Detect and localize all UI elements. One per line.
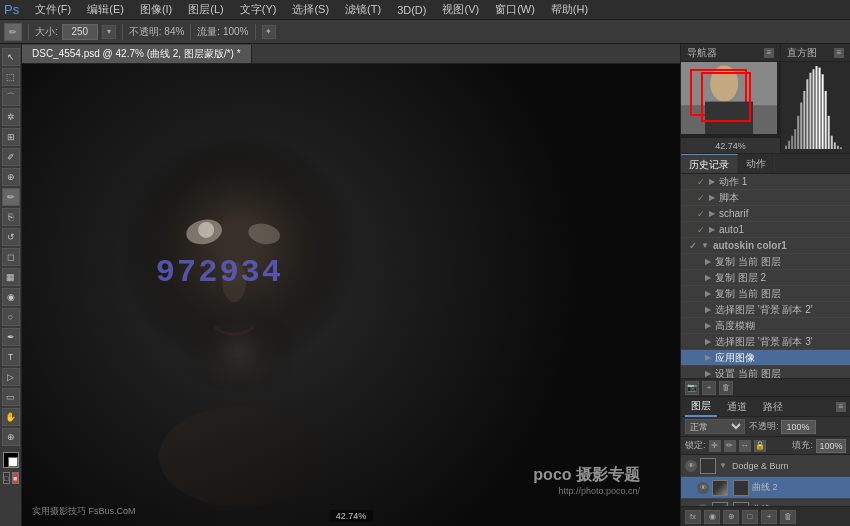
item-icon-12: ▶ xyxy=(705,369,711,378)
layers-menu-icon[interactable]: ≡ xyxy=(836,402,846,412)
zoom-tool[interactable]: ⊕ xyxy=(2,428,20,446)
pen-tool[interactable]: ✒ xyxy=(2,328,20,346)
history-item-2[interactable]: ✓ ▶ scharif xyxy=(681,206,850,222)
eraser-tool[interactable]: ◻ xyxy=(2,248,20,266)
layer-item-0[interactable]: 👁 ▼ Dodge & Burn xyxy=(681,455,850,477)
layers-list: 👁 ▼ Dodge & Burn 👁 曲线 2 👁 曲线 xyxy=(681,455,850,506)
layers-tab-layers[interactable]: 图层 xyxy=(685,397,717,417)
menu-help[interactable]: 帮助(H) xyxy=(547,2,592,17)
brush-tool-button[interactable]: ✏ xyxy=(4,23,22,41)
navigator-menu-icon[interactable]: ≡ xyxy=(764,48,774,58)
hand-tool[interactable]: ✋ xyxy=(2,408,20,426)
menu-edit[interactable]: 编辑(E) xyxy=(83,2,128,17)
fill-label: 填充: xyxy=(792,439,813,452)
layer-item-1[interactable]: 👁 曲线 2 xyxy=(681,477,850,499)
histogram-menu-icon[interactable]: ≡ xyxy=(834,48,844,58)
gradient-tool[interactable]: ▦ xyxy=(2,268,20,286)
menu-window[interactable]: 窗口(W) xyxy=(491,2,539,17)
svg-rect-4 xyxy=(797,116,799,149)
lock-position-icon[interactable]: ✛ xyxy=(709,440,721,452)
history-item-3[interactable]: ✓ ▶ auto1 xyxy=(681,222,850,238)
app-icon: Ps xyxy=(4,2,19,17)
lock-label: 锁定: xyxy=(685,439,706,452)
menu-select[interactable]: 选择(S) xyxy=(288,2,333,17)
history-tab-actions[interactable]: 动作 xyxy=(738,154,775,173)
menu-file[interactable]: 文件(F) xyxy=(31,2,75,17)
menu-text[interactable]: 文字(Y) xyxy=(236,2,281,17)
history-delete-btn[interactable]: 🗑 xyxy=(719,381,733,395)
item-icon-4: ▼ xyxy=(701,241,709,250)
item-icon-10: ▶ xyxy=(705,337,711,346)
document-tab[interactable]: DSC_4554.psd @ 42.7% (曲线 2, 图层蒙版/*) * xyxy=(22,45,252,63)
history-item-5[interactable]: ▶ 复制 当前 图层 xyxy=(681,254,850,270)
blend-mode-select[interactable]: 正常 xyxy=(685,419,745,434)
layer-fx-button[interactable]: fx xyxy=(685,510,701,524)
text-tool[interactable]: T xyxy=(2,348,20,366)
lock-all-icon[interactable]: 🔒 xyxy=(754,440,766,452)
history-brush-tool[interactable]: ↺ xyxy=(2,228,20,246)
history-item-6[interactable]: ▶ 复制 图层 2 xyxy=(681,270,850,286)
clone-tool[interactable]: ⎘ xyxy=(2,208,20,226)
navigator-thumbnail[interactable] xyxy=(681,62,780,137)
history-item-0[interactable]: ✓ ▶ 动作 1 xyxy=(681,174,850,190)
menu-3d[interactable]: 3D(D) xyxy=(393,4,430,16)
layers-lock-bar: 锁定: ✛ ✏ ↔ 🔒 填充: xyxy=(681,437,850,455)
history-item-10[interactable]: ▶ 选择图层 '背景 副本 3' xyxy=(681,334,850,350)
history-item-4[interactable]: ✓ ▼ autoskin color1 xyxy=(681,238,850,254)
history-item-8[interactable]: ▶ 选择图层 '背景 副本 2' xyxy=(681,302,850,318)
history-item-9[interactable]: ▶ 高度模糊 xyxy=(681,318,850,334)
layer-delete-button[interactable]: 🗑 xyxy=(780,510,796,524)
svg-rect-6 xyxy=(803,91,805,149)
history-list: ✓ ▶ 动作 1 ✓ ▶ 脚本 ✓ ▶ scharif ✓ ▶ auto xyxy=(681,174,850,378)
quick-mask-mode[interactable]: ■ xyxy=(12,472,19,484)
brush-options-button[interactable]: ▾ xyxy=(102,25,116,39)
layers-tab-channels[interactable]: 通道 xyxy=(721,398,753,416)
history-new-btn[interactable]: + xyxy=(702,381,716,395)
dodge-tool[interactable]: ○ xyxy=(2,308,20,326)
healing-tool[interactable]: ⊕ xyxy=(2,168,20,186)
lock-move-icon[interactable]: ↔ xyxy=(739,440,751,452)
history-snapshot-btn[interactable]: 📷 xyxy=(685,381,699,395)
history-item-11[interactable]: ▶ 应用图像 xyxy=(681,350,850,366)
crop-tool[interactable]: ⊞ xyxy=(2,128,20,146)
brush-size-input[interactable] xyxy=(62,24,98,40)
layers-tab-paths[interactable]: 路径 xyxy=(757,398,789,416)
main-canvas[interactable] xyxy=(22,64,680,526)
fill-input[interactable] xyxy=(816,439,846,453)
foreground-color[interactable] xyxy=(3,452,19,468)
opacity-input[interactable] xyxy=(781,420,816,434)
history-item-7[interactable]: ▶ 复制 当前 图层 xyxy=(681,286,850,302)
left-tool-panel: ↖ ⬚ ⌒ ✲ ⊞ ✐ ⊕ ✏ ⎘ ↺ ◻ ▦ ◉ ○ ✒ T ▷ ▭ ✋ ⊕ … xyxy=(0,44,22,526)
marquee-tool[interactable]: ⬚ xyxy=(2,68,20,86)
layer-thumb-1 xyxy=(712,480,728,496)
history-item-12[interactable]: ▶ 设置 当前 图层 xyxy=(681,366,850,378)
airbrush-toggle[interactable]: ✦ xyxy=(262,25,276,39)
nav-hist-area: 导航器 ≡ 42.74% 直方图 ≡ xyxy=(681,44,850,154)
brush-tool[interactable]: ✏ xyxy=(2,188,20,206)
layer-mask-button[interactable]: ◉ xyxy=(704,510,720,524)
menu-view[interactable]: 视图(V) xyxy=(438,2,483,17)
layer-visibility-1[interactable]: 👁 xyxy=(697,482,709,494)
magic-wand-tool[interactable]: ✲ xyxy=(2,108,20,126)
layer-group-button[interactable]: □ xyxy=(742,510,758,524)
canvas-container[interactable]: 972934 poco 摄影专题 http://photo.poco.cn/ 实… xyxy=(22,64,680,526)
blur-tool[interactable]: ◉ xyxy=(2,288,20,306)
layer-visibility-0[interactable]: 👁 xyxy=(685,460,697,472)
menu-filter[interactable]: 滤镜(T) xyxy=(341,2,385,17)
svg-rect-10 xyxy=(816,66,818,149)
lasso-tool[interactable]: ⌒ xyxy=(2,88,20,106)
layer-adjustment-button[interactable]: ⊕ xyxy=(723,510,739,524)
standard-mode[interactable]: □ xyxy=(3,472,10,484)
move-tool[interactable]: ↖ xyxy=(2,48,20,66)
layer-item-2[interactable]: 👁 曲线 1 xyxy=(681,499,850,506)
menu-image[interactable]: 图像(I) xyxy=(136,2,176,17)
flow-label: 流量: 100% xyxy=(197,25,248,39)
menu-layer[interactable]: 图层(L) xyxy=(184,2,227,17)
lock-pixels-icon[interactable]: ✏ xyxy=(724,440,736,452)
eyedropper-tool[interactable]: ✐ xyxy=(2,148,20,166)
path-select-tool[interactable]: ▷ xyxy=(2,368,20,386)
history-item-1[interactable]: ✓ ▶ 脚本 xyxy=(681,190,850,206)
layer-new-button[interactable]: + xyxy=(761,510,777,524)
history-tab-history[interactable]: 历史记录 xyxy=(681,154,738,173)
shape-tool[interactable]: ▭ xyxy=(2,388,20,406)
